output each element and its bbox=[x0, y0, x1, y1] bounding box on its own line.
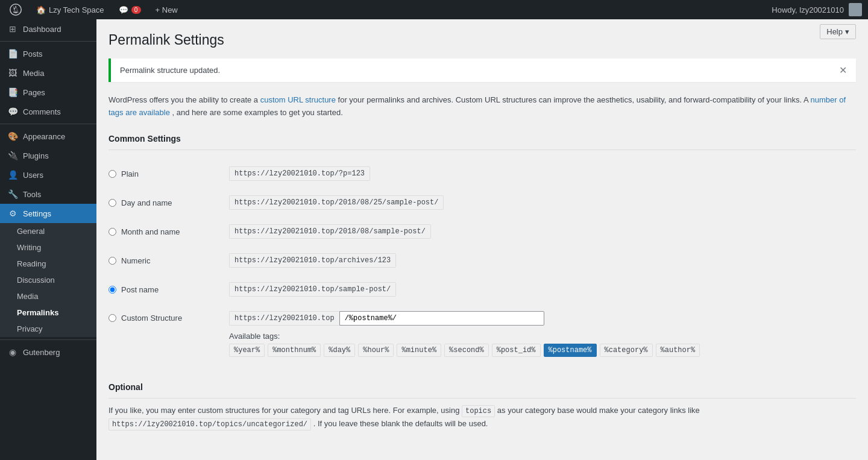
tag-postname[interactable]: %postname% bbox=[544, 344, 597, 357]
tools-icon: 🔧 bbox=[7, 189, 18, 199]
tag-post-id[interactable]: %post_id% bbox=[492, 344, 541, 357]
sidebar-item-plugins[interactable]: 🔌 Plugins bbox=[0, 146, 96, 165]
submenu-discussion[interactable]: Discussion bbox=[0, 272, 96, 288]
permalink-label-post-name[interactable]: Post name bbox=[108, 285, 217, 294]
help-label: Help bbox=[826, 27, 843, 36]
optional-text-3: . If you leave these blank the defaults … bbox=[313, 419, 488, 428]
sidebar-label-settings: Settings bbox=[23, 209, 51, 218]
custom-url-input[interactable] bbox=[339, 311, 544, 326]
permalink-row-custom: Custom Structure https://lzy20021010.top… bbox=[108, 304, 856, 364]
sidebar-label-media: Media bbox=[23, 69, 44, 78]
tag-year[interactable]: %year% bbox=[229, 344, 265, 357]
sidebar-label-gutenberg: Gutenberg bbox=[23, 348, 60, 357]
sidebar-item-posts[interactable]: 📄 Posts bbox=[0, 44, 96, 63]
site-name: Lzy Tech Space bbox=[49, 5, 104, 14]
permalink-label-numeric[interactable]: Numeric bbox=[108, 256, 217, 265]
sidebar-item-tools[interactable]: 🔧 Tools bbox=[0, 184, 96, 204]
permalink-row-month-name: Month and name https://lzy20021010.top/2… bbox=[108, 217, 856, 246]
permalink-text-post-name: Post name bbox=[121, 285, 159, 294]
permalink-radio-plain[interactable] bbox=[108, 170, 116, 178]
submenu-reading[interactable]: Reading bbox=[0, 256, 96, 272]
permalink-example-day-name: https://lzy20021010.top/2018/08/25/sampl… bbox=[229, 195, 444, 210]
admin-menu: ⊞ Dashboard 📄 Posts 🖼 Media 📑 Pages 💬 Co… bbox=[0, 19, 96, 460]
success-notice: Permalink structure updated. ✕ bbox=[108, 58, 856, 82]
permalink-label-month-name[interactable]: Month and name bbox=[108, 227, 217, 236]
available-tags-label: Available tags: bbox=[229, 332, 700, 341]
notice-dismiss-button[interactable]: ✕ bbox=[839, 65, 847, 76]
wp-logo-link[interactable] bbox=[6, 0, 25, 19]
tag-minute[interactable]: %minute% bbox=[397, 344, 441, 357]
description-text-1: WordPress offers you the ability to crea… bbox=[108, 95, 260, 104]
tag-hour[interactable]: %hour% bbox=[358, 344, 394, 357]
permalink-text-plain: Plain bbox=[121, 169, 139, 178]
optional-title: Optional bbox=[108, 382, 856, 399]
optional-text: If you like, you may enter custom struct… bbox=[108, 405, 856, 430]
optional-text-1: If you like, you may enter custom struct… bbox=[108, 406, 462, 415]
home-icon: 🏠 bbox=[36, 5, 46, 14]
sidebar-item-media[interactable]: 🖼 Media bbox=[0, 63, 96, 83]
permalink-example-plain: https://lzy20021010.top/?p=123 bbox=[229, 166, 370, 181]
tag-author[interactable]: %author% bbox=[656, 344, 700, 357]
comments-link[interactable]: 💬 0 bbox=[115, 0, 145, 19]
common-settings-title: Common Settings bbox=[108, 134, 856, 150]
main-content: Permalink Settings Permalink structure u… bbox=[96, 19, 868, 460]
sidebar-item-comments[interactable]: 💬 Comments bbox=[0, 102, 96, 121]
submenu-writing[interactable]: Writing bbox=[0, 239, 96, 256]
media-icon: 🖼 bbox=[7, 68, 18, 78]
permalink-row-numeric: Numeric https://lzy20021010.top/archives… bbox=[108, 246, 856, 275]
permalink-radio-custom[interactable] bbox=[108, 314, 116, 322]
permalink-radio-post-name[interactable] bbox=[108, 286, 116, 294]
permalink-row-day-name: Day and name https://lzy20021010.top/201… bbox=[108, 188, 856, 217]
new-content-link[interactable]: + New bbox=[152, 0, 181, 19]
dashboard-icon: ⊞ bbox=[7, 24, 18, 34]
submenu-media[interactable]: Media bbox=[0, 288, 96, 304]
howdy-text: Howdy, lzy20021010 bbox=[772, 5, 844, 14]
sidebar-label-posts: Posts bbox=[23, 49, 43, 58]
permalink-example-numeric: https://lzy20021010.top/archives/123 bbox=[229, 253, 396, 268]
avatar bbox=[849, 3, 862, 16]
sidebar-item-pages[interactable]: 📑 Pages bbox=[0, 83, 96, 102]
sidebar-item-settings[interactable]: ⚙ Settings bbox=[0, 204, 96, 223]
permalink-example-month-name: https://lzy20021010.top/2018/08/sample-p… bbox=[229, 224, 431, 239]
posts-icon: 📄 bbox=[7, 49, 18, 58]
permalink-text-month-name: Month and name bbox=[121, 227, 180, 236]
tag-monthnum[interactable]: %monthnum% bbox=[268, 344, 321, 357]
tag-day[interactable]: %day% bbox=[324, 344, 355, 357]
gutenberg-icon: ◉ bbox=[7, 347, 18, 357]
custom-url-container: https://lzy20021010.top bbox=[229, 311, 700, 326]
comments-nav-icon: 💬 bbox=[7, 107, 18, 116]
wp-logo-icon bbox=[10, 4, 22, 16]
permalink-radio-month-name[interactable] bbox=[108, 228, 116, 236]
permalink-radio-numeric[interactable] bbox=[108, 257, 116, 265]
permalink-text-custom: Custom Structure bbox=[121, 313, 182, 323]
submenu-general[interactable]: General bbox=[0, 223, 96, 239]
tag-second[interactable]: %second% bbox=[444, 344, 489, 357]
permalink-label-plain[interactable]: Plain bbox=[108, 169, 217, 178]
optional-text-2: as your category base would make your ca… bbox=[497, 406, 700, 415]
help-button[interactable]: Help ▾ bbox=[820, 24, 856, 39]
permalink-label-day-name[interactable]: Day and name bbox=[108, 198, 217, 207]
permalink-radio-day-name[interactable] bbox=[108, 199, 116, 207]
tag-category[interactable]: %category% bbox=[600, 344, 653, 357]
custom-url-base: https://lzy20021010.top bbox=[229, 311, 339, 326]
sidebar-label-users: Users bbox=[23, 171, 43, 180]
sidebar-label-dashboard: Dashboard bbox=[23, 25, 61, 34]
submenu-privacy[interactable]: Privacy bbox=[0, 321, 96, 337]
site-name-link[interactable]: 🏠 Lzy Tech Space bbox=[33, 0, 108, 19]
custom-url-structure-link[interactable]: custom URL structure bbox=[260, 95, 336, 104]
sidebar-item-dashboard[interactable]: ⊞ Dashboard bbox=[0, 19, 96, 39]
permalink-label-custom[interactable]: Custom Structure bbox=[108, 311, 217, 323]
optional-code-topics: topics bbox=[462, 405, 495, 417]
submenu-permalinks[interactable]: Permalinks bbox=[0, 304, 96, 321]
settings-icon: ⚙ bbox=[7, 209, 18, 218]
comments-icon: 💬 bbox=[119, 5, 128, 14]
sidebar-item-gutenberg[interactable]: ◉ Gutenberg bbox=[0, 342, 96, 362]
sidebar-item-users[interactable]: 👤 Users bbox=[0, 165, 96, 184]
permalink-text-numeric: Numeric bbox=[121, 256, 150, 265]
notice-text: Permalink structure updated. bbox=[120, 66, 220, 75]
sidebar-item-appearance[interactable]: 🎨 Appearance bbox=[0, 127, 96, 146]
appearance-icon: 🎨 bbox=[7, 131, 18, 141]
sidebar-label-appearance: Appearance bbox=[23, 132, 65, 141]
comments-badge: 0 bbox=[131, 6, 141, 14]
optional-code-url: https://lzy20021010.top/topics/uncategor… bbox=[108, 418, 311, 430]
